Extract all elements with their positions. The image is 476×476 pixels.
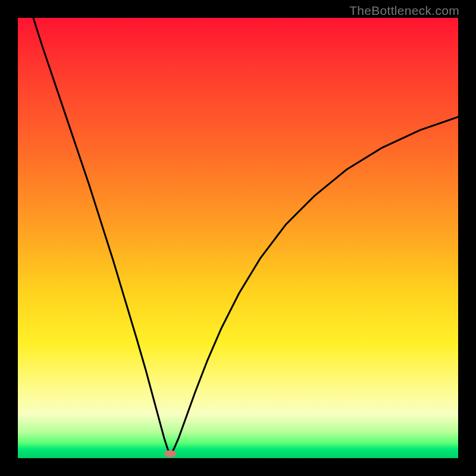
watermark-text: TheBottleneck.com (349, 4, 459, 18)
plot-area (18, 18, 458, 458)
curve-svg (18, 18, 458, 458)
min-marker (164, 450, 176, 458)
bottleneck-curve (33, 18, 458, 454)
chart-frame: TheBottleneck.com (0, 0, 476, 476)
